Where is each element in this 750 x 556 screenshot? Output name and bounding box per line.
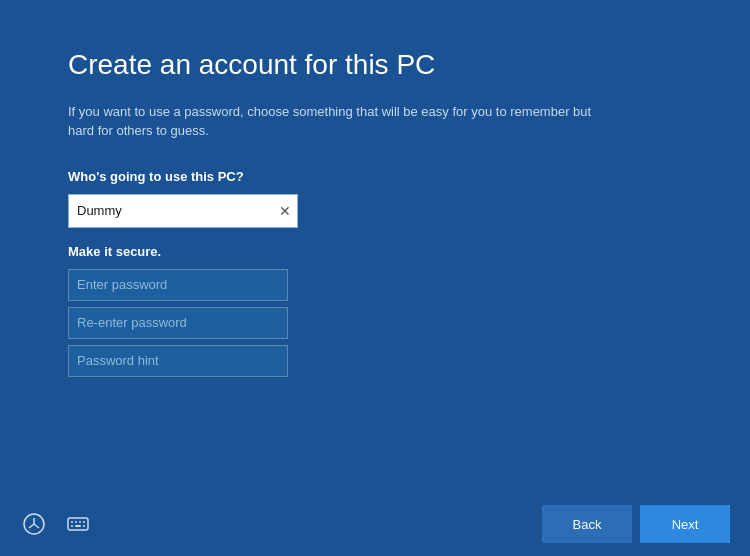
back-button[interactable]: Back (542, 505, 632, 543)
accessibility-icon[interactable] (20, 510, 48, 538)
page-title: Create an account for this PC (68, 48, 682, 82)
password-hint-input[interactable] (68, 345, 288, 377)
who-label: Who's going to use this PC? (68, 169, 682, 184)
username-container: ✕ (68, 194, 298, 228)
page-container: Create an account for this PC If you wan… (0, 0, 750, 556)
footer: Back Next (0, 492, 750, 556)
secure-label: Make it secure. (68, 244, 682, 259)
username-input[interactable] (69, 195, 273, 227)
svg-rect-1 (68, 518, 88, 530)
keyboard-icon[interactable] (64, 510, 92, 538)
page-description: If you want to use a password, choose so… (68, 102, 608, 141)
footer-buttons: Back Next (542, 505, 730, 543)
next-button[interactable]: Next (640, 505, 730, 543)
clear-button[interactable]: ✕ (273, 199, 297, 223)
reenter-password-input[interactable] (68, 307, 288, 339)
footer-icons (20, 510, 92, 538)
password-input[interactable] (68, 269, 288, 301)
